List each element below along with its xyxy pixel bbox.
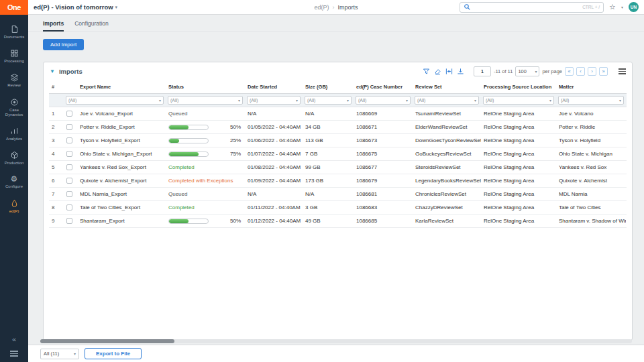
row-checkbox[interactable]: [66, 191, 72, 197]
filter-select-export-name[interactable]: (All)▾: [66, 96, 164, 105]
table-row[interactable]: 5Yankees v. Red Sox_ExportCompleted01/08…: [49, 161, 627, 174]
clear-filters-icon[interactable]: [434, 68, 441, 75]
last-page-button[interactable]: »: [599, 67, 608, 76]
tab-imports[interactable]: Imports: [43, 20, 64, 32]
filter-icon[interactable]: [423, 68, 430, 75]
favorites-star-icon[interactable]: ☆: [609, 3, 616, 11]
panel-title: Imports: [59, 68, 83, 75]
favorites-caret-icon[interactable]: ▾: [621, 5, 623, 9]
sidebar-item-label: Documents: [4, 35, 24, 40]
cell-export-name: Shantaram_Export: [77, 215, 166, 228]
column-header-matter[interactable]: Matter: [556, 80, 626, 94]
edp-flame-icon: [10, 199, 19, 208]
sidebar-item-production[interactable]: Production: [0, 147, 28, 169]
column-header-date-started[interactable]: Date Started: [245, 80, 303, 94]
row-checkbox[interactable]: [66, 204, 72, 210]
cell-status: Completed: [166, 201, 245, 215]
breadcrumb-parent[interactable]: ed(P): [314, 4, 329, 11]
export-list-icon[interactable]: [457, 68, 464, 75]
sidebar-menu-icon[interactable]: [10, 349, 18, 358]
row-checkbox[interactable]: [66, 111, 72, 117]
cell-date-started: 01/07/2022 - 04:40AM: [245, 147, 303, 161]
cell-checkbox: [64, 201, 77, 215]
filter-empty-cell: [49, 94, 64, 107]
column-header-status[interactable]: Status: [166, 80, 245, 94]
sidebar-item-case-dynamics[interactable]: Case Dynamics: [0, 95, 28, 121]
cell-workspace: Default Workspace: [626, 147, 627, 161]
column-header-processing-source-location[interactable]: Processing Source Location: [481, 80, 556, 94]
scrollbar-thumb[interactable]: [40, 339, 174, 343]
progress-percent: 50%: [230, 124, 241, 130]
cell-workspace: Default Workspace: [626, 188, 627, 201]
prev-page-button[interactable]: ‹: [576, 67, 585, 76]
tab-configuration[interactable]: Configuration: [74, 20, 109, 32]
collapse-sidebar-icon[interactable]: «: [12, 336, 16, 343]
filter-select-status[interactable]: (All)▾: [168, 96, 243, 105]
next-page-button[interactable]: ›: [588, 67, 596, 76]
progress-track: [168, 125, 209, 130]
column-header-export-name[interactable]: Export Name: [77, 80, 166, 94]
cell-date-started: 01/05/2022 - 04:40AM: [245, 121, 303, 134]
user-avatar[interactable]: UN: [629, 2, 639, 12]
documents-icon: [10, 25, 19, 34]
cell-export-name: Quixote v. Alchemist_Export: [77, 174, 166, 188]
cell-date-started: N/A: [245, 107, 303, 121]
row-checkbox[interactable]: [66, 218, 72, 224]
row-checkbox[interactable]: [66, 164, 72, 170]
page-size-select[interactable]: 100 ▾: [515, 66, 539, 76]
horizontal-scrollbar[interactable]: [40, 339, 632, 343]
table-row[interactable]: 6Quixote v. Alchemist_ExportCompleted wi…: [49, 174, 627, 188]
sidebar-item-processing[interactable]: Processing: [0, 46, 28, 67]
sidebar-item-label: Configure: [5, 184, 23, 189]
table-row[interactable]: 2Potter v. Riddle_Export50%01/05/2022 - …: [49, 121, 627, 134]
cell-row-number: 5: [49, 161, 64, 174]
table-row[interactable]: 8Tale of Two Cities_ExportCompleted01/11…: [49, 201, 627, 215]
filter-select-date-started[interactable]: (All)▾: [247, 96, 301, 105]
review-icon: [10, 73, 19, 82]
workspace-caret-icon[interactable]: ▾: [115, 5, 118, 10]
column-header-review-set[interactable]: Review Set: [413, 80, 481, 94]
column-header-ed-p-case-number[interactable]: ed(P) Case Number: [354, 80, 413, 94]
row-checkbox[interactable]: [66, 151, 72, 157]
imports-table-viewport: #Export NameStatusDate StartedSize (GB)e…: [49, 80, 627, 228]
sidebar-item-documents[interactable]: Documents: [0, 21, 28, 43]
fit-columns-icon[interactable]: [445, 68, 453, 75]
table-row[interactable]: 7MDL Narnia_ExportQueuedN/AN/A1086681Chr…: [49, 188, 627, 201]
progress-fill: [169, 139, 179, 143]
table-row[interactable]: 4Ohio State v. Michigan_Export75%01/07/2…: [49, 147, 627, 161]
column-header-workspace[interactable]: Workspace: [626, 80, 627, 94]
table-row[interactable]: 1Joe v. Volcano_ExportQueuedN/AN/A108666…: [49, 107, 627, 121]
filter-select-matter[interactable]: (All)▾: [558, 96, 624, 105]
first-page-button[interactable]: «: [565, 67, 574, 76]
sidebar-item-edp[interactable]: ed(P): [0, 196, 28, 217]
row-checkbox[interactable]: [66, 124, 72, 130]
cell-row-number: 1: [49, 107, 64, 121]
sidebar-item-analytics[interactable]: Analytics: [0, 123, 28, 145]
sidebar-item-review[interactable]: Review: [0, 70, 28, 91]
table-row[interactable]: 9Shantaram_Export50%01/12/2022 - 04:40AM…: [49, 215, 627, 228]
breadcrumb: ed(P) › Imports: [314, 4, 358, 11]
scope-select[interactable]: All (11) ▾: [40, 349, 79, 359]
page-number-input[interactable]: [474, 66, 491, 76]
global-search[interactable]: CTRL + /: [460, 2, 604, 13]
filter-select-ed-p-case-number[interactable]: (All)▾: [356, 96, 411, 105]
search-input[interactable]: [471, 4, 582, 10]
cell-review-set: LegendaryBooksReviewSet: [413, 174, 481, 188]
export-to-file-button[interactable]: Export to File: [85, 348, 142, 359]
filter-select-review-set[interactable]: (All)▾: [415, 96, 479, 105]
workspace-title[interactable]: ed(P) - Vision of tomorrow: [34, 3, 113, 11]
row-checkbox[interactable]: [66, 137, 72, 143]
column-header-size-gb[interactable]: Size (GB): [303, 80, 354, 94]
filter-select-processing-source-location[interactable]: (All)▾: [483, 96, 554, 105]
imports-panel: ▼ Imports -11 of 11 100 ▾ per page « ‹ ›…: [43, 62, 633, 341]
table-row[interactable]: 3Tyson v. Holyfield_Export25%01/06/2022 …: [49, 134, 627, 147]
panel-menu-icon[interactable]: [619, 67, 626, 76]
collapse-panel-icon[interactable]: ▼: [50, 68, 55, 74]
relativityone-logo[interactable]: One: [0, 0, 28, 15]
filter-select-size-gb[interactable]: (All)▾: [305, 96, 352, 105]
search-icon: [464, 1, 471, 13]
add-import-button[interactable]: Add Import: [43, 39, 84, 50]
sidebar-item-configure[interactable]: ⚙ Configure: [0, 172, 28, 192]
row-checkbox[interactable]: [66, 178, 72, 184]
status-text: Completed: [168, 204, 195, 210]
